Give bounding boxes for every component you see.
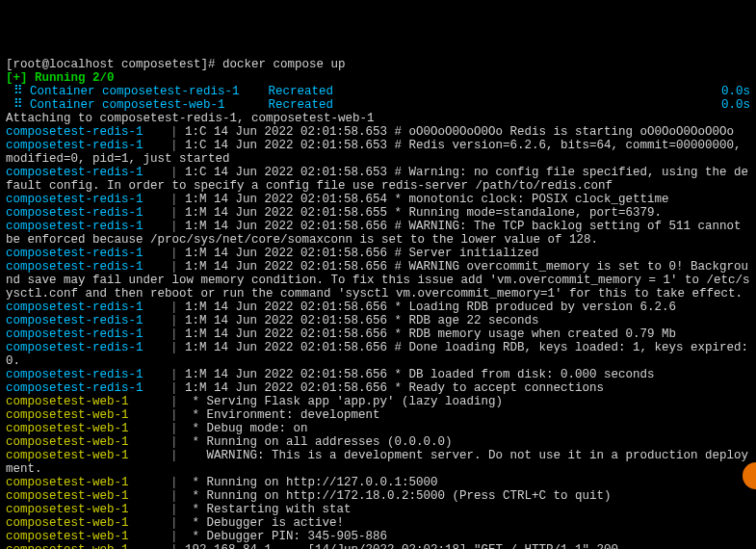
log-pipe: | (156, 247, 185, 260)
shell-prompt[interactable]: [root@localhost composetest]# docker com… (6, 58, 346, 71)
log-message: 1:M 14 Jun 2022 02:01:58.656 * Loading R… (185, 301, 676, 314)
svc-redis: composetest-redis-1 (6, 327, 156, 341)
svc-redis: composetest-redis-1 (6, 381, 156, 395)
log-message: * Running on all addresses (0.0.0.0) (185, 435, 453, 449)
svc-web: composetest-web-1 (6, 489, 156, 503)
log-message: 1:M 14 Jun 2022 02:01:58.654 * monotonic… (185, 193, 669, 206)
svc-redis: composetest-redis-1 (6, 341, 156, 354)
svc-web: composetest-web-1 (6, 503, 156, 516)
svc-redis: composetest-redis-1 (6, 206, 156, 220)
log-pipe: | (156, 166, 185, 179)
svc-redis: composetest-redis-1 (6, 166, 156, 179)
svc-redis: composetest-redis-1 (6, 260, 156, 274)
log-message: 1:M 14 Jun 2022 02:01:58.656 * RDB age 2… (185, 314, 539, 327)
log-message: 1:M 14 Jun 2022 02:01:58.655 * Running m… (185, 206, 662, 220)
svc-web: composetest-web-1 (6, 530, 156, 543)
log-pipe: | (156, 341, 185, 354)
svc-redis: composetest-redis-1 (6, 314, 156, 327)
log-pipe: | (156, 449, 185, 462)
svc-redis: composetest-redis-1 (6, 139, 156, 152)
log-pipe: | (156, 193, 185, 206)
log-pipe: | (156, 435, 185, 449)
svc-redis: composetest-redis-1 (6, 125, 156, 139)
svc-web: composetest-web-1 (6, 449, 156, 462)
log-pipe: | (156, 543, 185, 549)
log-pipe: | (156, 206, 185, 220)
log-pipe: | (156, 489, 185, 503)
log-pipe: | (156, 301, 185, 314)
svc-redis: composetest-redis-1 (6, 193, 156, 206)
log-pipe: | (156, 516, 185, 530)
terminal-output[interactable]: [root@localhost composetest]# docker com… (6, 58, 750, 549)
compose-status: [+] Running 2/0 (6, 71, 115, 85)
log-message: 192.168.84.1 - - [14/Jun/2022 02:02:18] … (185, 543, 633, 549)
log-pipe: | (156, 260, 185, 274)
container-line: ⠿ Container composetest-web-1 Recreated (6, 98, 333, 112)
log-pipe: | (156, 327, 185, 341)
svc-web: composetest-web-1 (6, 395, 156, 408)
svc-web: composetest-web-1 (6, 476, 156, 489)
log-message: 1:M 14 Jun 2022 02:01:58.656 * DB loaded… (185, 368, 655, 381)
log-message: * Debug mode: on (185, 422, 308, 435)
log-message: * Debugger PIN: 345-905-886 (185, 530, 387, 543)
log-message: * Serving Flask app 'app.py' (lazy loadi… (185, 395, 503, 408)
svc-web: composetest-web-1 (6, 422, 156, 435)
log-pipe: | (156, 395, 185, 408)
log-message: * Running on http://172.18.0.2:5000 (Pre… (185, 489, 612, 503)
log-pipe: | (156, 368, 185, 381)
log-pipe: | (156, 422, 185, 435)
log-pipe: | (156, 220, 185, 233)
log-message: 1:C 14 Jun 2022 02:01:58.653 # oO0OoO0Oo… (185, 125, 734, 139)
svc-redis: composetest-redis-1 (6, 220, 156, 233)
svc-web: composetest-web-1 (6, 408, 156, 422)
log-pipe: | (156, 503, 185, 516)
container-time: 0.0s (721, 98, 750, 112)
svc-web: composetest-web-1 (6, 516, 156, 530)
container-line: ⠿ Container composetest-redis-1 Recreate… (6, 85, 333, 98)
log-message: 1:M 14 Jun 2022 02:01:58.656 * RDB memor… (185, 327, 676, 341)
svc-redis: composetest-redis-1 (6, 247, 156, 260)
log-pipe: | (156, 314, 185, 327)
log-pipe: | (156, 408, 185, 422)
attach-line: Attaching to composetest-redis-1, compos… (6, 112, 375, 125)
log-pipe: | (156, 125, 185, 139)
log-message: * Environment: development (185, 408, 380, 422)
log-message: 1:M 14 Jun 2022 02:01:58.656 # Server in… (185, 247, 539, 260)
log-message: 1:M 14 Jun 2022 02:01:58.656 * Ready to … (185, 381, 604, 395)
log-pipe: | (156, 530, 185, 543)
log-message: * Restarting with stat (185, 503, 352, 516)
log-pipe: | (156, 381, 185, 395)
log-pipe: | (156, 476, 185, 489)
svc-web: composetest-web-1 (6, 435, 156, 449)
log-message: * Debugger is active! (185, 516, 344, 530)
svc-redis: composetest-redis-1 (6, 368, 156, 381)
log-message: * Running on http://127.0.0.1:5000 (185, 476, 438, 489)
container-time: 0.0s (721, 85, 750, 98)
log-pipe: | (156, 139, 185, 152)
svc-web: composetest-web-1 (6, 543, 156, 549)
svc-redis: composetest-redis-1 (6, 301, 156, 314)
